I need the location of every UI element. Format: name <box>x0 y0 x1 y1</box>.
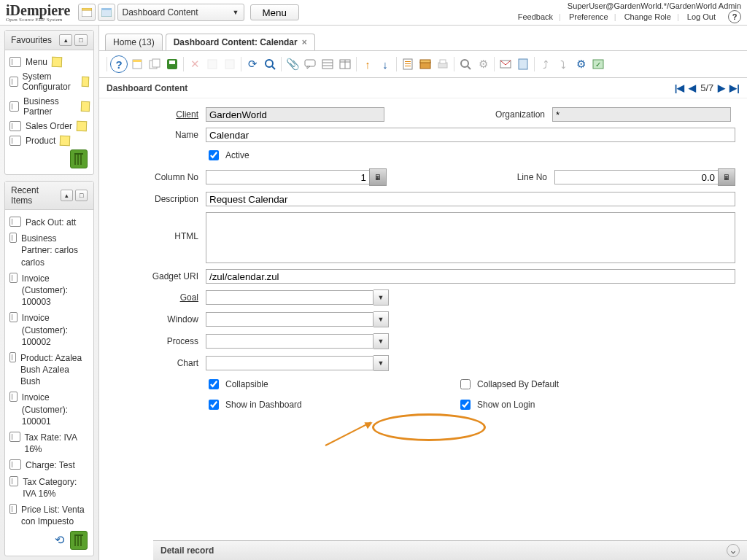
favourite-item[interactable]: Sales Order <box>9 119 89 133</box>
favourite-item[interactable]: Menu <box>9 55 89 69</box>
print-icon[interactable] <box>435 56 451 72</box>
report-icon[interactable] <box>400 56 416 72</box>
recent-item[interactable]: Price List: Venta con Impuesto <box>9 502 89 529</box>
recent-item[interactable]: Invoice (Customer): 100001 <box>9 389 89 429</box>
record-position: 5/7 <box>700 82 713 93</box>
feedback-link[interactable]: Feedback <box>518 12 553 21</box>
request-icon[interactable] <box>498 56 514 72</box>
recent-item[interactable]: Tax Rate: IVA 16% <box>9 429 89 457</box>
preference-link[interactable]: Preference <box>569 12 608 21</box>
menu-button[interactable]: Menu <box>250 4 299 20</box>
recent-item[interactable]: Invoice (Customer): 100003 <box>9 271 89 311</box>
prev-record-icon[interactable]: ◀ <box>689 82 696 93</box>
collapse-icon[interactable]: ▴ <box>59 34 72 46</box>
new-window-icon[interactable] <box>78 4 96 21</box>
favourite-item[interactable]: Product <box>9 133 89 148</box>
lookup-icon[interactable] <box>262 56 278 72</box>
svg-rect-10 <box>208 60 217 69</box>
description-field[interactable] <box>206 192 735 206</box>
open-window-icon[interactable] <box>98 4 115 21</box>
collapsible-checkbox[interactable]: Collapsible <box>206 377 384 392</box>
grid-toggle-icon[interactable] <box>320 56 336 72</box>
tab-dashboard-content[interactable]: Dashboard Content: Calendar× <box>166 34 315 50</box>
import-icon[interactable]: ⤵ <box>555 56 571 72</box>
maximize-icon[interactable]: □ <box>75 190 88 201</box>
recent-label: Invoice (Customer): 100003 <box>22 273 89 308</box>
client-label: Client <box>111 109 206 120</box>
calculator-icon[interactable]: 🖩 <box>718 168 735 186</box>
column-no-field[interactable] <box>206 170 370 184</box>
favourite-label: System Configurator <box>23 71 77 92</box>
goal-select[interactable]: ▼ <box>206 289 389 306</box>
process-select[interactable]: ▼ <box>206 333 389 349</box>
help-toolbar-icon[interactable]: ? <box>110 55 128 73</box>
recent-item[interactable]: Business Partner: carlos carlos <box>9 230 89 271</box>
ignore-icon[interactable] <box>222 56 238 72</box>
detail-record-icon[interactable]: ↓ <box>377 56 393 72</box>
svg-point-12 <box>266 60 273 67</box>
product-info-icon[interactable] <box>515 56 531 72</box>
refresh-icon[interactable]: ⟲ <box>51 531 67 548</box>
gadget-uri-field[interactable] <box>206 269 735 284</box>
collapsed-by-default-checkbox[interactable]: Collapsed By Default <box>457 377 559 392</box>
copy-record-icon[interactable] <box>147 56 163 72</box>
favourite-item[interactable]: Business Partner <box>9 94 89 119</box>
window-icon <box>9 476 18 486</box>
html-field[interactable] <box>206 212 735 263</box>
logout-link[interactable]: Log Out <box>687 12 716 21</box>
window-select[interactable]: ▼ <box>206 311 389 327</box>
favourite-item[interactable]: System Configurator <box>9 69 89 94</box>
process-label: Process <box>111 336 206 346</box>
trash-icon[interactable] <box>70 149 88 168</box>
expand-icon[interactable]: ⌵ <box>727 544 740 557</box>
collapse-icon[interactable]: ▴ <box>61 190 73 201</box>
line-no-field[interactable] <box>554 170 719 184</box>
archive-icon[interactable] <box>417 56 433 72</box>
recent-item[interactable]: Product: Azalea Bush Azalea Bush <box>9 350 89 390</box>
window-selector[interactable]: Dashboard Content▼ <box>117 4 244 21</box>
window-icon <box>9 504 17 514</box>
recent-item[interactable]: Invoice (Customer): 100002 <box>9 310 89 350</box>
show-in-dashboard-checkbox[interactable]: Show in Dashboard <box>206 397 384 412</box>
refresh-icon[interactable]: ⟳ <box>244 56 260 72</box>
process-icon[interactable]: ⚙ <box>573 56 589 72</box>
name-field[interactable] <box>206 128 735 142</box>
active-checkbox[interactable]: Active <box>206 148 249 163</box>
new-record-icon[interactable] <box>129 56 145 72</box>
first-record-icon[interactable]: |◀ <box>675 82 685 93</box>
history-icon[interactable] <box>337 56 353 72</box>
recent-item[interactable]: Charge: Test <box>9 457 89 473</box>
delete-icon[interactable]: ✕ <box>187 56 203 72</box>
note-icon <box>60 136 70 146</box>
svg-rect-23 <box>405 61 411 62</box>
recent-label: Price List: Venta con Impuesto <box>21 504 89 527</box>
next-record-icon[interactable]: ▶ <box>718 82 725 93</box>
show-on-login-checkbox[interactable]: Show on Login <box>457 397 535 412</box>
change-role-link[interactable]: Change Role <box>624 12 671 21</box>
tab-home[interactable]: Home (13) <box>105 34 163 50</box>
customize-icon[interactable]: ✓ <box>590 56 606 72</box>
column-no-label: Column No <box>111 172 206 182</box>
svg-line-13 <box>272 66 275 69</box>
help-icon[interactable]: ? <box>728 10 741 23</box>
workflow-icon[interactable]: ⚙ <box>475 56 491 72</box>
save-icon[interactable] <box>164 56 180 72</box>
maximize-icon[interactable]: □ <box>74 34 88 46</box>
organization-label: Organization <box>472 109 552 120</box>
chart-select[interactable]: ▼ <box>206 355 389 371</box>
chat-icon[interactable] <box>302 56 318 72</box>
zoom-across-icon[interactable] <box>457 56 473 72</box>
recent-label: Tax Category: IVA 16% <box>23 476 89 499</box>
favourite-label: Product <box>26 136 55 146</box>
recent-item[interactable]: Pack Out: att <box>9 214 89 230</box>
close-icon[interactable]: × <box>302 37 307 47</box>
attachment-icon[interactable]: 📎 <box>285 56 301 72</box>
calculator-icon[interactable]: 🖩 <box>369 168 387 186</box>
trash-icon[interactable] <box>70 531 88 550</box>
undo-icon[interactable] <box>204 56 220 72</box>
chart-label: Chart <box>111 358 206 368</box>
export-icon[interactable]: ⤴ <box>538 56 554 72</box>
last-record-icon[interactable]: ▶| <box>729 82 740 93</box>
parent-record-icon[interactable]: ↑ <box>360 56 376 72</box>
recent-item[interactable]: Tax Category: IVA 16% <box>9 474 89 502</box>
